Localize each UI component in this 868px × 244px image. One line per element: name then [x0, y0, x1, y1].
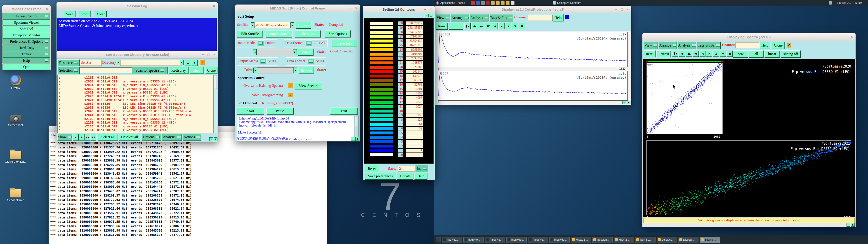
- help-button[interactable]: Help: [553, 14, 563, 22]
- scrollbar-thumb[interactable]: [355, 117, 358, 126]
- exit-button[interactable]: Exit: [330, 108, 358, 115]
- scroll-left-icon[interactable]: ◀: [253, 49, 256, 55]
- maximize-icon[interactable]: □: [621, 8, 623, 11]
- taskbar-item[interactable]: [npg@lo...: [506, 237, 527, 243]
- contour-level-value[interactable]: 268435456: [406, 26, 423, 30]
- contour-level-value[interactable]: 128: [406, 118, 423, 122]
- menu-item-help[interactable]: Help: [2, 57, 51, 63]
- nav-full-button[interactable]: ■: [519, 23, 525, 29]
- taskbar-item[interactable]: Sort Sp...: [635, 237, 655, 243]
- options-dropdown[interactable]: Options: [142, 134, 161, 141]
- active-window-indicator[interactable]: Setting 2d Contours: [553, 1, 581, 4]
- desktop-icon-old-firefox-data[interactable]: Old Firefox Data: [3, 149, 28, 163]
- close-icon[interactable]: ×: [213, 53, 215, 57]
- nav-expand-horizontal-button[interactable]: ◀▶: [679, 51, 685, 57]
- arrange-menu[interactable]: Arrange: [451, 14, 469, 22]
- minimize-icon[interactable]: −: [202, 53, 204, 57]
- bottom-button[interactable]: ▼▼: [90, 134, 96, 141]
- taskbar-item[interactable]: Midas B...: [571, 237, 591, 243]
- browse-sortfile-button[interactable]: Browse: [296, 22, 311, 29]
- nav-up-button[interactable]: ▲: [713, 51, 719, 57]
- contour-level-value[interactable]: 33554432: [406, 39, 423, 43]
- nav-left-button[interactable]: ◀: [492, 23, 498, 29]
- contour-level-value[interactable]: 1048576: [406, 61, 423, 65]
- analysis-menu[interactable]: Analysis: [678, 42, 696, 49]
- contour-level-value[interactable]: 512: [406, 109, 423, 113]
- nav-right-button[interactable]: ▶: [706, 51, 712, 57]
- scroll-left-icon[interactable]: ◀: [251, 22, 254, 28]
- close-icon[interactable]: ×: [213, 4, 215, 8]
- channel-field[interactable]: [528, 15, 553, 21]
- input-media-dropdown[interactable]: [258, 40, 264, 46]
- browse-input-button[interactable]: Browse: [298, 49, 313, 56]
- slice-handle-left[interactable]: [646, 61, 648, 62]
- taskbar-item[interactable]: Display...: [678, 237, 699, 243]
- view-spectra-button[interactable]: View Spectra: [295, 82, 322, 89]
- panel-launcher-icon[interactable]: [471, 1, 475, 5]
- scroll-right-icon[interactable]: ▶: [293, 49, 297, 55]
- edit-sortfile-button[interactable]: Edit Sortfile: [237, 30, 263, 37]
- taskbar-item[interactable]: Display...: [657, 237, 677, 243]
- show-desktop-button[interactable]: [436, 237, 441, 242]
- contour-level-value[interactable]: 4096: [406, 96, 423, 100]
- contour-level-value[interactable]: 131072: [406, 74, 423, 78]
- mini-close-icon[interactable]: X: [214, 138, 217, 141]
- refresh-button[interactable]: [449, 23, 463, 30]
- start-button[interactable]: Start: [237, 108, 264, 115]
- maximize-icon[interactable]: □: [208, 53, 210, 57]
- minimize-icon[interactable]: −: [839, 35, 841, 39]
- titlebar[interactable]: Sort Spectrum Directory Browser (.sb0) −…: [57, 51, 218, 59]
- nav-page-up-button[interactable]: ▲▲: [686, 51, 692, 57]
- help-button[interactable]: Help: [414, 173, 428, 180]
- base-field[interactable]: 2: [398, 165, 416, 172]
- mini-minimize-icon[interactable]: −: [209, 138, 213, 141]
- select-all-button[interactable]: Select all: [98, 134, 118, 141]
- color-swatch[interactable]: [565, 15, 569, 19]
- scroll-right-icon[interactable]: ▶: [180, 60, 184, 65]
- contour-level-value[interactable]: 8192: [406, 92, 423, 95]
- contour-level-value[interactable]: 16: [406, 131, 423, 135]
- scan-for-spectra-dropdown[interactable]: Scan for spectra: [132, 67, 168, 74]
- scroll-left-icon[interactable]: ◀: [253, 67, 257, 73]
- deselect-all-button[interactable]: Deselect all: [119, 134, 140, 141]
- panel-launcher-icon[interactable]: [510, 1, 515, 5]
- browse-drive-button[interactable]: Browse: [299, 67, 314, 74]
- contour-level-value[interactable]: 64: [406, 122, 423, 126]
- resource-dropdown[interactable]: Resource: [57, 59, 80, 66]
- mini-minimize-icon[interactable]: −: [351, 137, 355, 141]
- contour-level-value[interactable]: 256: [406, 114, 423, 117]
- nav-down-button[interactable]: ▼: [512, 23, 518, 29]
- contour-level-value[interactable]: 4194304: [406, 52, 423, 56]
- contour-level-value[interactable]: 134217728: [406, 30, 423, 34]
- contour-level-value[interactable]: 4: [406, 140, 423, 144]
- pause-button[interactable]: Pause: [267, 108, 293, 115]
- panel-launcher-icon[interactable]: [486, 1, 490, 5]
- linear-button[interactable]: linear: [765, 50, 780, 58]
- contour-level-value[interactable]: 16384: [406, 87, 423, 91]
- taskbar-item[interactable]: [npg@lo...: [549, 237, 569, 243]
- arrange-menu[interactable]: Arrange: [659, 42, 677, 49]
- drive-field[interactable]: [257, 67, 293, 73]
- terminal-menu-file[interactable]: File: [51, 133, 56, 137]
- scatter-plot-s2021[interactable]: /SortSas/s2021 E_p versus E_n DSSSD #2 (…: [647, 140, 851, 215]
- nav-up-button[interactable]: ▲: [505, 23, 511, 29]
- clone-button[interactable]: Clone: [205, 67, 217, 74]
- taskbar-item[interactable]: MIDAS ...: [614, 237, 634, 243]
- view-menu[interactable]: View: [436, 14, 450, 22]
- minimize-icon[interactable]: −: [202, 4, 204, 8]
- cuty-histogram[interactable]: 40657 cuty /SortSas/s2020@y (unsaved): [438, 71, 628, 100]
- tags-fits-menu[interactable]: Tags & Fits: [697, 42, 721, 49]
- scroll-right-icon[interactable]: ▶: [293, 67, 297, 73]
- titlebar[interactable]: Midas Base Frame −×: [2, 5, 51, 13]
- titlebar[interactable]: Displaying Spectra (.sd.s0) −□×: [643, 33, 856, 41]
- input-source-field[interactable]: [256, 49, 293, 55]
- titlebar[interactable]: Displaying 2d Cuts/Projections (.sd.s1) …: [435, 6, 631, 13]
- analysis-dropdown[interactable]: Analysis: [162, 134, 182, 141]
- all-button[interactable]: all: [749, 50, 764, 58]
- menu-item-sort-tool[interactable]: Sort Tool: [2, 26, 51, 32]
- panel-launcher-icon[interactable]: [501, 1, 504, 5]
- update-button[interactable]: Update: [397, 173, 413, 180]
- terminal-output[interactable]: *** data items: 910000000 ( 130625.57 Hz…: [49, 138, 327, 244]
- contour-level-value[interactable]: 1024: [406, 105, 423, 109]
- maximize-icon[interactable]: □: [207, 4, 209, 8]
